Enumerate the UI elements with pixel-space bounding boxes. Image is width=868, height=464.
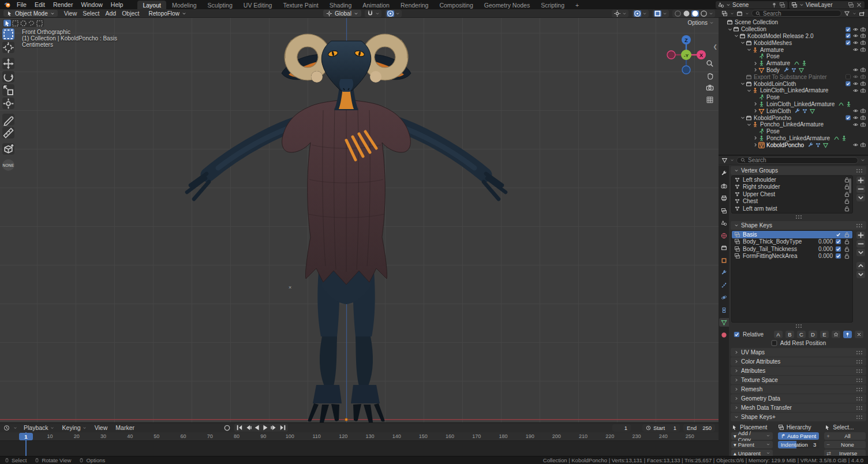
pin-shape-key-button[interactable] (843, 331, 852, 338)
panel-grip[interactable] (856, 396, 863, 401)
gizmo-toggle-group[interactable] (612, 10, 628, 17)
chevron-down-icon[interactable] (13, 425, 17, 431)
prev-keyframe-button[interactable] (244, 424, 252, 431)
tab-rendering[interactable]: Rendering (395, 1, 433, 9)
section-uv-maps[interactable]: UV Maps (731, 348, 866, 357)
outliner-row[interactable]: LoinCloth (719, 107, 868, 114)
hide-eye-icon[interactable] (852, 33, 859, 39)
hierarchy-header[interactable]: Hierarchy (778, 423, 820, 431)
tab-texture-paint[interactable]: Texture Paint (278, 1, 323, 9)
timeline-menu-view[interactable]: View (92, 424, 111, 431)
pan-hand-icon[interactable] (706, 72, 714, 80)
shape-key-row[interactable]: Body_Thick_BodyType0.000 (732, 238, 852, 246)
properties-tab-view-layer[interactable] (719, 207, 729, 215)
chevron-down-icon[interactable] (375, 10, 380, 17)
auto-parent-button[interactable]: ↱Auto Parent (778, 432, 820, 440)
section-color-attributes[interactable]: Color Attributes (731, 357, 866, 366)
outliner-row[interactable]: Pose (719, 53, 868, 60)
new-collection-icon[interactable] (859, 10, 865, 17)
lock-icon[interactable] (844, 198, 850, 204)
outliner-row[interactable]: KoboldModel Release 2.0 (719, 33, 868, 40)
camera-view-icon[interactable] (706, 84, 714, 92)
outliner-row[interactable]: Body (719, 67, 868, 74)
select-inverse-button[interactable]: ⇄Inverse (824, 450, 866, 456)
add-rest-position-checkbox[interactable] (771, 340, 777, 346)
properties-tab-render[interactable] (719, 182, 729, 190)
outliner-row[interactable]: Pose (719, 94, 868, 101)
measure-tool-button[interactable] (2, 127, 14, 139)
hide-eye-icon[interactable] (852, 81, 859, 87)
auto-keying-record-icon[interactable] (223, 424, 231, 432)
indentation-slider[interactable]: Indentation3 (778, 441, 820, 448)
outliner-row[interactable]: Armature (719, 60, 868, 67)
timeline-menu-keying[interactable]: Keying (59, 424, 89, 431)
properties-tab-collection[interactable] (719, 244, 729, 252)
chevron-down-icon[interactable] (663, 10, 667, 17)
expander-right-icon[interactable] (753, 101, 758, 107)
scale-tool-button[interactable] (2, 84, 14, 96)
outliner-row[interactable]: LoinCloth_LinkedArmature (719, 87, 868, 94)
camera-visibility-icon[interactable] (860, 115, 866, 121)
selectable-checkbox[interactable] (845, 40, 851, 46)
retopoflow-menu[interactable]: RetopoFlow (146, 10, 189, 17)
chevron-down-icon[interactable] (622, 10, 627, 17)
overlays-toggle-group[interactable] (632, 10, 649, 17)
hide-eye-icon[interactable] (852, 142, 859, 148)
section-geometry-data[interactable]: Geometry Data (731, 394, 866, 403)
section-mesh-data-transfer[interactable]: Mesh Data Transfer (731, 403, 866, 412)
expander-down-icon[interactable] (734, 33, 739, 39)
tab-scripting[interactable]: Scripting (536, 1, 570, 9)
shape-key-value[interactable]: 0.000 (810, 238, 833, 245)
shape-key-value[interactable]: 0.000 (810, 246, 833, 252)
properties-search[interactable]: Search (736, 157, 858, 164)
camera-visibility-icon[interactable] (860, 88, 866, 93)
tab-animation[interactable]: Animation (357, 1, 395, 9)
tab-compositing[interactable]: Compositing (434, 1, 478, 9)
hide-eye-icon[interactable] (852, 27, 859, 32)
tab-sculpting[interactable]: Sculpting (203, 1, 238, 9)
cursor-tool-button[interactable] (2, 42, 14, 53)
transform-tool-button[interactable] (2, 98, 14, 109)
camera-visibility-icon[interactable] (860, 33, 866, 39)
hide-eye-icon[interactable] (852, 88, 859, 93)
viewport-options-dropdown[interactable]: Options (688, 20, 714, 26)
current-frame-field[interactable]: 1 (612, 424, 631, 432)
vertex-weight-d-button[interactable]: D (809, 331, 817, 338)
chevron-down-icon[interactable] (642, 10, 647, 17)
panel-grip[interactable] (856, 169, 863, 173)
section-attributes[interactable]: Attributes (731, 366, 866, 375)
outliner-row[interactable]: KoboldMeshes (719, 39, 868, 46)
gizmo-neg-x-axis[interactable] (667, 51, 675, 59)
chevron-down-icon[interactable] (730, 10, 734, 17)
transform-orientation-dropdown[interactable]: Global (323, 10, 361, 17)
lock-icon[interactable] (844, 246, 850, 252)
rotate-tool-button[interactable] (2, 71, 14, 83)
outliner-row[interactable]: Poncho_LinkedArmature (719, 121, 868, 128)
timeline-menu-marker[interactable]: Marker (113, 424, 137, 431)
expander-right-icon[interactable] (753, 61, 758, 66)
properties-tab-modifiers[interactable] (719, 268, 729, 277)
camera-visibility-icon[interactable] (860, 27, 866, 32)
shape-key-row[interactable]: FormFittingNeckArea0.000 (732, 253, 852, 260)
hide-eye-icon[interactable] (852, 108, 859, 114)
remove-vertex-group-button[interactable] (856, 185, 865, 193)
viewlayer-name[interactable]: ViewLayer (806, 2, 846, 8)
camera-visibility-icon[interactable] (860, 74, 866, 80)
select-box-tool-button[interactable] (2, 28, 14, 40)
hide-eye-icon[interactable] (852, 74, 859, 80)
chevron-down-icon[interactable] (395, 10, 400, 17)
shading-solid-icon[interactable] (683, 10, 690, 17)
outliner-row[interactable]: KoboldPoncho (719, 114, 868, 121)
add-vertex-group-button[interactable] (856, 177, 865, 184)
lock-icon[interactable] (844, 231, 850, 238)
properties-tab-particles[interactable] (719, 281, 729, 290)
camera-visibility-icon[interactable] (860, 108, 866, 114)
select-circle-button[interactable] (20, 20, 27, 27)
hide-eye-icon[interactable] (852, 47, 859, 53)
vertex-group-row[interactable]: Upper Chest (732, 190, 852, 198)
select-paint-button[interactable] (36, 20, 43, 27)
vertex-weight-a-button[interactable]: A (774, 331, 783, 338)
expander-right-icon[interactable] (753, 142, 758, 148)
outliner-row[interactable]: Poncho_LinkedArmature (719, 135, 868, 142)
vertex-groups-scrollbar[interactable] (849, 178, 851, 193)
